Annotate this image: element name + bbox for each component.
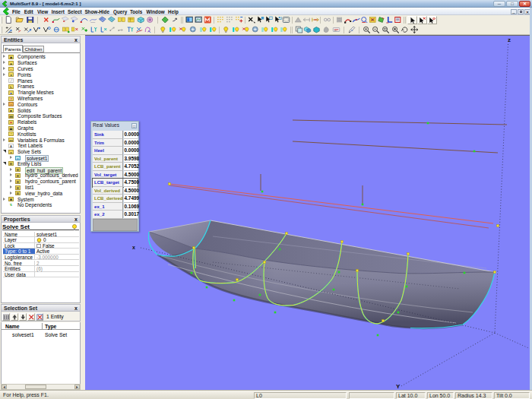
svg-text:x: x	[132, 245, 135, 250]
svg-text:Y: Y	[396, 383, 401, 390]
svg-text:z: z	[508, 36, 511, 43]
